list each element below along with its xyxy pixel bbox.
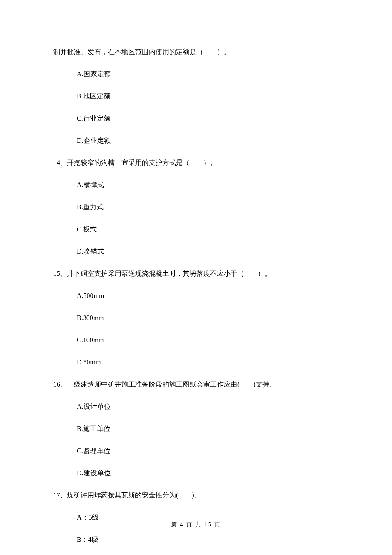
option-c: C.100mm bbox=[77, 335, 339, 345]
page-footer: 第 4 页 共 15 页 bbox=[0, 521, 392, 529]
option-b: B：4级 bbox=[77, 535, 339, 545]
document-content: 制并批准、发布，在本地区范围内使用的定额是（ ）。 A.国家定额 B.地区定额 … bbox=[0, 0, 392, 555]
option-a: A.500mm bbox=[77, 291, 339, 301]
option-a: A.设计单位 bbox=[77, 402, 339, 412]
question-15-options: A.500mm B.300mm C.100mm D.50mm bbox=[53, 291, 339, 367]
option-b: B.地区定额 bbox=[77, 91, 339, 101]
option-d: D.企业定额 bbox=[77, 136, 339, 146]
question-14-group: 14、开挖较窄的沟槽，宜采用的支护方式是（ ）。 A.横撑式 B.重力式 C.板… bbox=[53, 158, 339, 257]
option-b: B.施工单位 bbox=[77, 424, 339, 434]
question-partial-options: A.国家定额 B.地区定额 C.行业定额 D.企业定额 bbox=[53, 69, 339, 146]
question-14-text: 14、开挖较窄的沟槽，宜采用的支护方式是（ ）。 bbox=[53, 158, 339, 168]
option-d: D.50mm bbox=[77, 357, 339, 367]
question-17-text: 17、煤矿许用炸药按其瓦斯的安全性分为( )。 bbox=[53, 490, 339, 500]
option-d: D.喷锚式 bbox=[77, 246, 339, 257]
option-b: B.300mm bbox=[77, 313, 339, 323]
question-16-text: 16、一级建造师中矿井施工准备阶段的施工图纸会审工作应由( )支持。 bbox=[53, 379, 339, 390]
option-d: D.建设单位 bbox=[77, 468, 339, 478]
question-14-options: A.横撑式 B.重力式 C.板式 D.喷锚式 bbox=[53, 180, 339, 257]
question-partial-group: 制并批准、发布，在本地区范围内使用的定额是（ ）。 A.国家定额 B.地区定额 … bbox=[53, 47, 339, 146]
question-15-group: 15、井下硐室支护采用泵送现浇混凝土时，其坍落度不应小于（ ）。 A.500mm… bbox=[53, 269, 339, 367]
option-c: C.板式 bbox=[77, 224, 339, 234]
question-partial-text: 制并批准、发布，在本地区范围内使用的定额是（ ）。 bbox=[53, 47, 339, 57]
option-a: A.国家定额 bbox=[77, 69, 339, 79]
option-b: B.重力式 bbox=[77, 202, 339, 212]
question-15-text: 15、井下硐室支护采用泵送现浇混凝土时，其坍落度不应小于（ ）。 bbox=[53, 269, 339, 279]
question-16-group: 16、一级建造师中矿井施工准备阶段的施工图纸会审工作应由( )支持。 A.设计单… bbox=[53, 379, 339, 478]
question-16-options: A.设计单位 B.施工单位 C.监理单位 D.建设单位 bbox=[53, 402, 339, 478]
option-c: C.监理单位 bbox=[77, 446, 339, 456]
question-17-options: A：5级 B：4级 C：3级 D：3级 bbox=[53, 512, 339, 555]
option-a: A.横撑式 bbox=[77, 180, 339, 190]
option-c: C.行业定额 bbox=[77, 113, 339, 124]
